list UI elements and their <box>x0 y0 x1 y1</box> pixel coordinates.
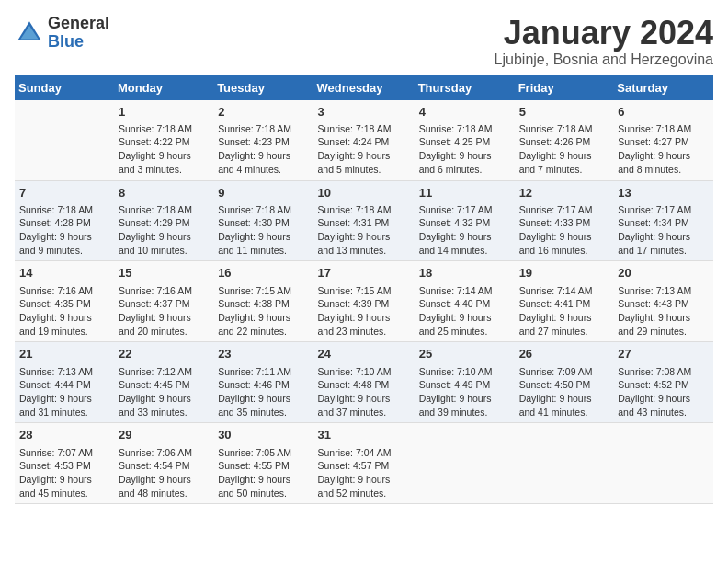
cell-content-line: Sunrise: 7:13 AM <box>618 284 709 298</box>
cell-content-line: and 17 minutes. <box>618 244 709 258</box>
cell-content-line: and 22 minutes. <box>218 325 308 339</box>
cell-content-line: and 20 minutes. <box>119 325 209 339</box>
days-of-week-row: SundayMondayTuesdayWednesdayThursdayFrid… <box>15 75 713 100</box>
day-number: 25 <box>419 346 510 362</box>
header-sunday: Sunday <box>15 75 114 100</box>
cell-content-line: Sunrise: 7:09 AM <box>519 365 609 379</box>
calendar-cell-w5-d4 <box>415 423 515 504</box>
cell-content-line: Sunset: 4:31 PM <box>318 216 410 230</box>
day-number: 11 <box>419 185 510 201</box>
logo-blue-text: Blue <box>48 33 109 52</box>
day-number: 15 <box>119 265 209 282</box>
cell-content-line: Daylight: 9 hours <box>119 392 209 406</box>
cell-content-line: Daylight: 9 hours <box>318 392 410 406</box>
logo-text: General Blue <box>48 15 109 52</box>
calendar-cell-w2-d6: 13Sunrise: 7:17 AMSunset: 4:34 PMDayligh… <box>613 180 713 261</box>
week-row-1: 1Sunrise: 7:18 AMSunset: 4:22 PMDaylight… <box>15 100 713 180</box>
week-row-3: 14Sunrise: 7:16 AMSunset: 4:35 PMDayligh… <box>15 261 713 342</box>
cell-content-line: Sunset: 4:28 PM <box>19 216 109 230</box>
cell-content-line: Daylight: 9 hours <box>318 473 410 487</box>
week-row-2: 7Sunrise: 7:18 AMSunset: 4:28 PMDaylight… <box>15 180 713 261</box>
day-number: 22 <box>119 346 209 362</box>
calendar-cell-w1-d0 <box>15 100 114 180</box>
title-block: January 2024 Ljubinje, Bosnia and Herzeg… <box>495 15 713 68</box>
cell-content-line: Sunset: 4:25 PM <box>419 135 510 149</box>
cell-content-line: Sunrise: 7:14 AM <box>419 284 510 298</box>
calendar-cell-w5-d3: 31Sunrise: 7:04 AMSunset: 4:57 PMDayligh… <box>313 423 415 504</box>
cell-content-line: and 27 minutes. <box>519 325 609 339</box>
calendar-table: SundayMondayTuesdayWednesdayThursdayFrid… <box>15 75 713 505</box>
cell-content-line: Daylight: 9 hours <box>419 149 510 163</box>
cell-content-line: Daylight: 9 hours <box>218 473 308 487</box>
cell-content-line: Daylight: 9 hours <box>419 230 510 244</box>
cell-content-line: and 19 minutes. <box>19 325 109 339</box>
day-number: 20 <box>618 265 709 282</box>
cell-content-line: and 37 minutes. <box>318 406 410 419</box>
cell-content-line: Sunrise: 7:18 AM <box>318 203 410 217</box>
day-number: 28 <box>19 427 109 443</box>
cell-content-line: Sunset: 4:41 PM <box>519 297 609 311</box>
cell-content-line: and 23 minutes. <box>318 325 410 339</box>
header-wednesday: Wednesday <box>313 75 415 100</box>
cell-content-line: and 31 minutes. <box>19 406 109 419</box>
cell-content-line: Sunrise: 7:07 AM <box>19 446 109 460</box>
cell-content-line: Daylight: 9 hours <box>618 230 709 244</box>
cell-content-line: and 48 minutes. <box>119 487 209 500</box>
cell-content-line: Daylight: 9 hours <box>19 473 109 487</box>
cell-content-line: Sunset: 4:22 PM <box>119 135 209 149</box>
cell-content-line: Sunset: 4:52 PM <box>618 378 709 392</box>
cell-content-line: Sunset: 4:39 PM <box>318 297 410 311</box>
cell-content-line: Daylight: 9 hours <box>119 311 209 325</box>
cell-content-line: Sunset: 4:33 PM <box>519 216 609 230</box>
location-subtitle: Ljubinje, Bosnia and Herzegovina <box>495 52 713 68</box>
cell-content-line: Sunset: 4:23 PM <box>218 135 308 149</box>
cell-content-line: Daylight: 9 hours <box>119 230 209 244</box>
cell-content-line: Daylight: 9 hours <box>419 392 510 406</box>
cell-content-line: Daylight: 9 hours <box>218 311 308 325</box>
day-number: 27 <box>618 346 709 362</box>
cell-content-line: and 14 minutes. <box>419 244 510 258</box>
cell-content-line: Sunset: 4:26 PM <box>519 135 609 149</box>
cell-content-line: Daylight: 9 hours <box>119 149 209 163</box>
cell-content-line: Daylight: 9 hours <box>318 230 410 244</box>
cell-content-line: Daylight: 9 hours <box>618 149 709 163</box>
calendar-cell-w4-d1: 22Sunrise: 7:12 AMSunset: 4:45 PMDayligh… <box>114 342 213 423</box>
cell-content-line: Sunset: 4:27 PM <box>618 135 709 149</box>
calendar-cell-w1-d4: 4Sunrise: 7:18 AMSunset: 4:25 PMDaylight… <box>415 100 515 180</box>
cell-content-line: Daylight: 9 hours <box>318 311 410 325</box>
logo: General Blue <box>15 15 109 52</box>
cell-content-line: and 52 minutes. <box>318 487 410 500</box>
cell-content-line: and 7 minutes. <box>519 163 609 177</box>
calendar-cell-w3-d1: 15Sunrise: 7:16 AMSunset: 4:37 PMDayligh… <box>114 261 213 342</box>
cell-content-line: Sunset: 4:34 PM <box>618 216 709 230</box>
calendar-cell-w1-d2: 2Sunrise: 7:18 AMSunset: 4:23 PMDaylight… <box>213 100 313 180</box>
cell-content-line: Daylight: 9 hours <box>19 392 109 406</box>
cell-content-line: Sunrise: 7:10 AM <box>419 365 510 379</box>
day-number: 18 <box>419 265 510 282</box>
cell-content-line: Sunrise: 7:18 AM <box>318 122 410 136</box>
calendar-cell-w1-d1: 1Sunrise: 7:18 AMSunset: 4:22 PMDaylight… <box>114 100 213 180</box>
day-number: 26 <box>519 346 609 362</box>
day-number: 2 <box>218 104 308 121</box>
cell-content-line: Sunset: 4:30 PM <box>218 216 308 230</box>
cell-content-line: Sunset: 4:46 PM <box>218 378 308 392</box>
cell-content-line: Sunset: 4:57 PM <box>318 459 410 473</box>
cell-content-line: Daylight: 9 hours <box>519 311 609 325</box>
cell-content-line: Sunrise: 7:15 AM <box>318 284 410 298</box>
calendar-cell-w2-d2: 9Sunrise: 7:18 AMSunset: 4:30 PMDaylight… <box>213 180 313 261</box>
header-tuesday: Tuesday <box>213 75 313 100</box>
cell-content-line: Sunset: 4:40 PM <box>419 297 510 311</box>
cell-content-line: and 50 minutes. <box>218 487 308 500</box>
cell-content-line: Sunset: 4:29 PM <box>119 216 209 230</box>
day-number: 31 <box>318 427 410 443</box>
week-row-4: 21Sunrise: 7:13 AMSunset: 4:44 PMDayligh… <box>15 342 713 423</box>
cell-content-line: Sunrise: 7:08 AM <box>618 365 709 379</box>
calendar-cell-w4-d5: 26Sunrise: 7:09 AMSunset: 4:50 PMDayligh… <box>515 342 614 423</box>
day-number: 24 <box>318 346 410 362</box>
cell-content-line: Sunrise: 7:13 AM <box>19 365 109 379</box>
cell-content-line: and 41 minutes. <box>519 406 609 419</box>
cell-content-line: Daylight: 9 hours <box>519 230 609 244</box>
cell-content-line: Sunrise: 7:06 AM <box>119 446 209 460</box>
cell-content-line: Daylight: 9 hours <box>218 149 308 163</box>
cell-content-line: Sunset: 4:24 PM <box>318 135 410 149</box>
